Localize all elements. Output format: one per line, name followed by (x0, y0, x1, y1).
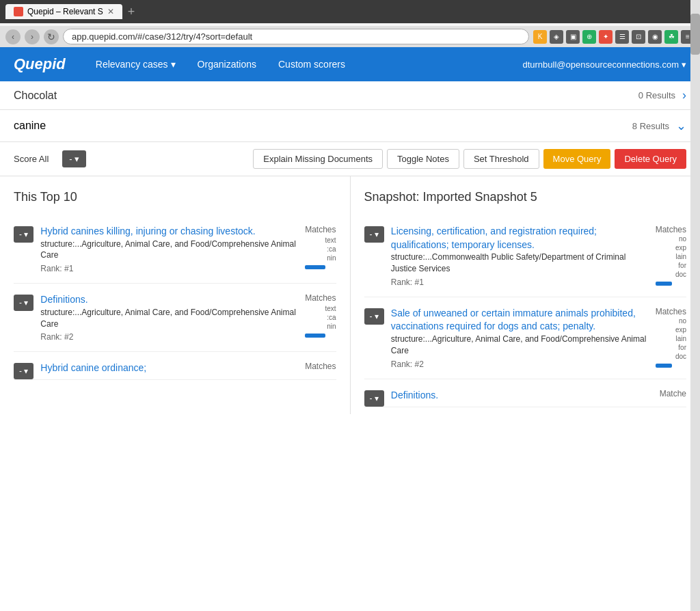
extension-icon-3[interactable]: ▣ (566, 30, 580, 44)
canine-collapse-button[interactable]: ⌄ (676, 118, 686, 133)
result-score-button-2-left[interactable]: - ▾ (14, 295, 33, 311)
browser-icons: K ◈ ▣ ⊕ ✦ ☰ ⊡ ◉ ☘ ≡ (533, 30, 695, 44)
result-title-3-right[interactable]: Definitions. (391, 390, 438, 400)
extension-icon-6[interactable]: ☰ (615, 30, 629, 44)
result-structure-2-left: structure:...Agriculture, Animal Care, a… (40, 307, 298, 330)
tab-close-button[interactable]: ✕ (107, 7, 114, 16)
extension-icon-7[interactable]: ⊡ (632, 30, 645, 44)
result-body-1-left: Hybrid canines killing, injuring or chas… (40, 225, 298, 273)
result-title-1-right[interactable]: Licensing, certification, and registrati… (391, 226, 597, 250)
nav-relevancy-cases[interactable]: Relevancy cases ▾ (86, 53, 185, 75)
extension-icon-4[interactable]: ⊕ (582, 30, 596, 44)
canine-results-count: 8 Results (632, 121, 669, 131)
page-scrollbar[interactable] (690, 0, 700, 611)
right-column: Snapshot: Imported Snapshot 5 - ▾ Licens… (351, 176, 701, 414)
app-header: Quepid Relevancy cases ▾ Organizations C… (0, 47, 700, 81)
result-structure-2-right: structure:...Agriculture, Animal Care, a… (391, 334, 649, 357)
right-column-title: Snapshot: Imported Snapshot 5 (364, 190, 687, 204)
result-matches-1-left: Matches text:canin (305, 225, 336, 269)
no-explain-detail-2-right: noexplainfordoc (656, 316, 686, 361)
table-row: - ▾ Definitions. structure:...Agricultur… (14, 284, 336, 352)
back-button[interactable]: ‹ (5, 29, 21, 44)
result-matches-2-left: Matches text:canin (305, 293, 336, 338)
result-score-button-2-right[interactable]: - ▾ (364, 308, 384, 325)
result-rank-2-left: Rank: #2 (40, 332, 298, 342)
result-body-1-right: Licensing, certification, and registrati… (391, 225, 649, 287)
result-matches-1-right: Matches noexplainfordoc (656, 225, 686, 286)
user-chevron-icon: ▾ (682, 59, 686, 70)
matches-label-1-left: Matches (305, 225, 336, 234)
result-score-button-3-left[interactable]: - ▾ (14, 363, 33, 379)
left-column-title: This Top 10 (14, 190, 336, 204)
matches-bar-1-left (305, 265, 325, 269)
no-explain-detail-1-right: noexplainfordoc (656, 234, 686, 279)
chocolat-expand-button[interactable]: › (682, 88, 686, 103)
delete-query-button[interactable]: Delete Query (615, 149, 686, 169)
extension-icon-9[interactable]: ☘ (664, 30, 678, 44)
tab-favicon (14, 7, 23, 16)
extension-icon-2[interactable]: ◈ (550, 30, 563, 44)
tab-label: Quepid – Relevant S (27, 7, 103, 16)
toggle-notes-button[interactable]: Toggle Notes (387, 149, 459, 169)
result-rank-2-right: Rank: #2 (391, 359, 649, 369)
main-nav: Relevancy cases ▾ Organizations Custom s… (86, 53, 523, 75)
table-row: - ▾ Sale of unweaned or certain immature… (364, 297, 687, 379)
result-rank-1-left: Rank: #1 (40, 264, 298, 273)
scroll-thumb[interactable] (690, 14, 700, 55)
extension-icon-5[interactable]: ✦ (599, 30, 612, 44)
set-threshold-button[interactable]: Set Threshold (463, 149, 539, 169)
forward-button[interactable]: › (25, 29, 40, 44)
matches-label-1-right: Matches (656, 225, 686, 234)
user-menu[interactable]: dturnbull@opensourceconnections.com ▾ (522, 59, 686, 70)
score-all-button[interactable]: - ▾ (62, 150, 86, 167)
table-row: - ▾ Hybrid canines killing, injuring or … (14, 215, 336, 284)
result-title-2-left[interactable]: Definitions. (40, 294, 88, 305)
result-body-2-left: Definitions. structure:...Agriculture, A… (40, 293, 298, 342)
matches-detail-2-left: text:canin (305, 304, 336, 331)
address-bar[interactable]: app.quepid.com/#/case/312/try/4?sort=def… (63, 29, 529, 44)
extension-icon-1[interactable]: K (533, 30, 547, 44)
browser-chrome: Quepid – Relevant S ✕ + (0, 0, 700, 23)
matches-detail-1-left: text:canin (305, 236, 336, 262)
result-title-3-left[interactable]: Hybrid canine ordinance; (40, 362, 146, 373)
table-row: - ▾ Definitions. Matche (364, 379, 687, 407)
user-email: dturnbull@opensourceconnections.com (522, 59, 679, 70)
canine-header: canine 8 Results ⌄ (0, 110, 700, 142)
chocolat-results-count: 0 Results (638, 90, 675, 100)
results-columns: This Top 10 - ▾ Hybrid canines killing, … (0, 176, 700, 414)
nav-custom-scorers-label: Custom scorers (278, 59, 345, 70)
reload-button[interactable]: ↻ (44, 29, 59, 44)
browser-tab[interactable]: Quepid – Relevant S ✕ (5, 4, 122, 19)
table-row: - ▾ Licensing, certification, and regist… (364, 215, 687, 297)
left-column: This Top 10 - ▾ Hybrid canines killing, … (0, 176, 351, 414)
chocolat-query-row: Chocolat 0 Results › (0, 81, 700, 110)
result-title-1-left[interactable]: Hybrid canines killing, injuring or chas… (40, 226, 255, 236)
result-body-2-right: Sale of unweaned or certain immature ani… (391, 307, 649, 369)
result-score-button-1-left[interactable]: - ▾ (14, 226, 33, 243)
move-query-button[interactable]: Move Query (543, 149, 611, 169)
matches-label-3-left: Matches (305, 362, 336, 371)
result-title-2-right[interactable]: Sale of unweaned or certain immature ani… (391, 308, 636, 332)
result-structure-1-left: structure:...Agriculture, Animal Care, a… (40, 239, 298, 262)
matches-label-2-left: Matches (305, 293, 336, 303)
nav-relevancy-cases-label: Relevancy cases (96, 59, 168, 70)
nav-organizations-label: Organizations (198, 59, 256, 70)
result-matches-2-right: Matches noexplainfordoc (656, 307, 686, 368)
extension-icon-8[interactable]: ◉ (648, 30, 662, 44)
canine-query-text: canine (14, 120, 632, 132)
score-all-label: Score All (14, 154, 49, 164)
chocolat-query-text: Chocolat (14, 90, 638, 102)
chevron-down-icon: ▾ (171, 59, 176, 70)
new-tab-button[interactable]: + (128, 5, 135, 19)
explain-missing-documents-button[interactable]: Explain Missing Documents (253, 149, 383, 169)
result-score-button-1-right[interactable]: - ▾ (364, 226, 384, 243)
app-logo: Quepid (14, 55, 66, 73)
score-btn-label: - ▾ (69, 154, 79, 164)
browser-nav: ‹ › ↻ app.quepid.com/#/case/312/try/4?so… (0, 26, 700, 47)
nav-custom-scorers[interactable]: Custom scorers (269, 53, 355, 75)
result-score-button-3-right[interactable]: - ▾ (364, 390, 384, 407)
canine-section: canine 8 Results ⌄ Score All - ▾ Explain… (0, 110, 700, 414)
result-body-3-right: Definitions. (391, 389, 653, 403)
nav-organizations[interactable]: Organizations (188, 53, 266, 75)
no-explain-bar-1-right (656, 282, 672, 286)
